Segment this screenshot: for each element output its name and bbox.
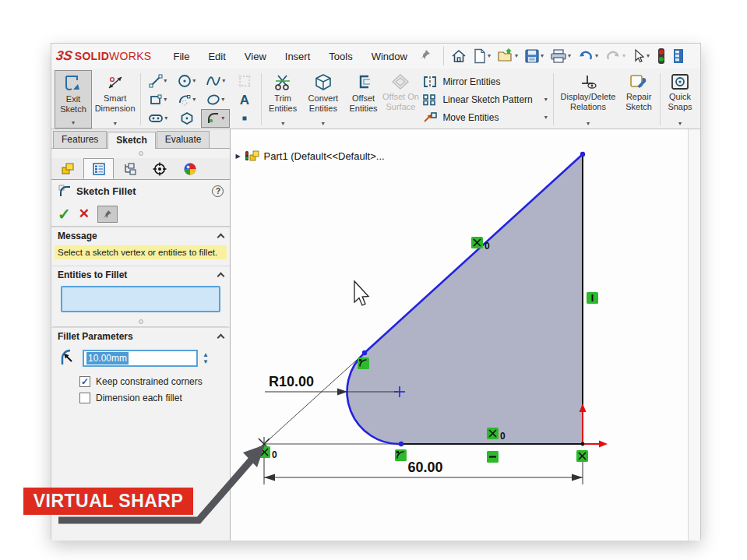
open-dropdown[interactable]: ▾ — [515, 53, 518, 59]
keep-constrained-checkbox[interactable]: ✓ — [79, 376, 90, 387]
fillet-dropdown[interactable]: ▾ — [221, 115, 224, 122]
menu-tools[interactable]: Tools — [329, 51, 352, 62]
convert-dropdown[interactable]: ▾ — [322, 121, 325, 129]
text-tool[interactable]: A — [230, 90, 259, 109]
spline-dropdown[interactable]: ▾ — [222, 78, 225, 84]
width-dimension[interactable]: 60.00 — [264, 450, 583, 484]
collapse-chevron-icon[interactable] — [217, 272, 225, 280]
main-menus: File Edit View Insert Tools Window — [173, 51, 407, 62]
ellipse-dropdown[interactable]: ▾ — [221, 97, 224, 103]
linear-pattern-dropdown[interactable]: ▾ — [544, 97, 551, 103]
save-button[interactable]: ▾ — [522, 47, 546, 65]
rebuild-traffic-light-icon[interactable] — [654, 46, 669, 66]
tab-evaluate[interactable]: Evaluate — [157, 131, 210, 148]
smart-dimension-icon — [105, 73, 125, 92]
help-icon[interactable]: ? — [212, 185, 224, 197]
circle-tool[interactable]: ▾ — [172, 72, 201, 90]
line-tool[interactable]: ▾ — [143, 72, 172, 90]
graphics-area[interactable]: ▶ Part1 (Default<<Default>... — [231, 129, 700, 541]
menu-view[interactable]: View — [245, 51, 266, 62]
slot-dropdown[interactable]: ▾ — [164, 115, 167, 122]
new-document-button[interactable]: ▾ — [470, 47, 493, 65]
propertymanager-tab[interactable] — [83, 158, 114, 179]
display-delete-relations-button[interactable]: Display/Delete Relations ▾ — [556, 70, 620, 129]
redo-button[interactable]: ▾ — [602, 47, 628, 65]
relation-badge-vertical[interactable] — [587, 292, 598, 304]
exit-sketch-button[interactable]: Exit Sketch ▾ — [55, 70, 92, 129]
linear-sketch-pattern-button[interactable]: Linear Sketch Pattern ▾ — [419, 92, 551, 107]
circle-dropdown[interactable]: ▾ — [192, 78, 196, 84]
menu-edit[interactable]: Edit — [208, 51, 225, 62]
sketch-drawing[interactable]: R10.00 60.00 — [231, 129, 689, 541]
spline-tool[interactable]: ▾ — [201, 72, 230, 90]
line-dropdown[interactable]: ▾ — [164, 78, 167, 84]
ellipse-tool[interactable]: ▾ — [201, 90, 230, 109]
trim-entities-button[interactable]: Trim Entities ▾ — [264, 70, 301, 129]
point-tool[interactable] — [230, 109, 259, 128]
open-document-button[interactable]: ▾ — [495, 47, 520, 65]
slot-tool[interactable]: ▾ — [143, 109, 172, 128]
menu-window[interactable]: Window — [372, 51, 407, 62]
rectangle-dropdown[interactable]: ▾ — [164, 97, 167, 103]
tab-features[interactable]: Features — [53, 131, 107, 148]
move-entities-dropdown[interactable]: ▾ — [544, 114, 551, 121]
new-document-dropdown[interactable]: ▾ — [488, 53, 491, 59]
move-entities-button[interactable]: Move Entities ▾ — [419, 110, 551, 125]
pin-menu-icon[interactable] — [420, 49, 431, 63]
relation-badge-tangent-bottom[interactable] — [395, 449, 407, 461]
exit-sketch-dropdown[interactable]: ▾ — [72, 120, 75, 128]
collapse-chevron-icon[interactable] — [217, 233, 225, 241]
home-button[interactable] — [449, 47, 469, 65]
menu-file[interactable]: File — [173, 51, 189, 62]
arc-dropdown[interactable]: ▾ — [192, 97, 196, 103]
repair-sketch-button[interactable]: Repair Sketch — [620, 70, 657, 129]
trim-dropdown[interactable]: ▾ — [281, 121, 284, 129]
arc-tool[interactable]: ▾ — [172, 90, 201, 109]
configurationmanager-tab[interactable] — [114, 158, 144, 179]
convert-entities-button[interactable]: Convert Entities ▾ — [301, 70, 345, 129]
radius-spinner[interactable]: ▲▼ — [203, 352, 209, 365]
section-splitter-handle[interactable] — [139, 319, 143, 324]
smart-dimension-dropdown[interactable]: ▾ — [114, 121, 117, 129]
entities-to-fillet-listbox[interactable] — [61, 286, 220, 312]
panel-splitter-handle[interactable] — [139, 151, 143, 156]
message-section-header[interactable]: Message — [51, 227, 230, 244]
display-delete-dropdown[interactable]: ▾ — [587, 121, 590, 129]
spinner-up-icon[interactable]: ▲ — [203, 352, 209, 358]
print-button[interactable]: ▾ — [548, 47, 573, 65]
print-dropdown[interactable]: ▾ — [568, 53, 571, 59]
relation-badge-tangent-top[interactable] — [358, 357, 369, 369]
featuremanager-tab[interactable] — [53, 158, 83, 179]
cancel-button[interactable]: ✕ — [79, 206, 90, 222]
undo-dropdown[interactable]: ▾ — [595, 53, 598, 59]
offset-entities-button[interactable]: Offset Entities — [345, 70, 382, 129]
displaymanager-tab[interactable] — [174, 158, 205, 179]
ok-button[interactable]: ✓ — [58, 205, 71, 224]
keep-visible-pin-button[interactable] — [97, 206, 118, 223]
menu-insert[interactable]: Insert — [285, 51, 311, 62]
redo-dropdown: ▾ — [622, 53, 625, 59]
mirror-entities-button[interactable]: Mirror Entities — [419, 74, 551, 90]
relation-badge-horizontal[interactable] — [487, 451, 499, 463]
relation-badge-coincident-corner[interactable] — [576, 450, 588, 462]
dimxpertmanager-tab[interactable] — [144, 158, 174, 179]
select-dropdown[interactable]: ▾ — [647, 53, 650, 59]
relation-badge-virtual-sharp[interactable]: 0 — [259, 446, 277, 460]
collapse-chevron-icon[interactable] — [217, 333, 225, 341]
tab-sketch[interactable]: Sketch — [107, 132, 155, 149]
select-cursor-button[interactable]: ▾ — [629, 47, 652, 65]
quick-snaps-dropdown[interactable]: ▾ — [678, 121, 682, 129]
spinner-down-icon[interactable]: ▼ — [203, 359, 209, 365]
rectangle-tool[interactable]: ▾ — [143, 90, 172, 109]
dimension-each-checkbox[interactable] — [79, 393, 90, 403]
undo-button[interactable]: ▾ — [575, 47, 601, 65]
save-dropdown[interactable]: ▾ — [541, 53, 544, 59]
polygon-tool[interactable] — [172, 109, 201, 128]
task-pane-icon[interactable] — [671, 47, 686, 65]
fillet-parameters-header[interactable]: Fillet Parameters — [51, 327, 230, 344]
entities-section-header[interactable]: Entities to Fillet — [51, 266, 230, 283]
smart-dimension-button[interactable]: Smart Dimension ▾ — [92, 70, 138, 129]
sketch-fillet-tool[interactable]: ▾ — [201, 109, 230, 128]
fillet-radius-input[interactable]: 10.00mm — [83, 350, 198, 367]
quick-snaps-button[interactable]: Quick Snaps ▾ — [663, 70, 697, 129]
